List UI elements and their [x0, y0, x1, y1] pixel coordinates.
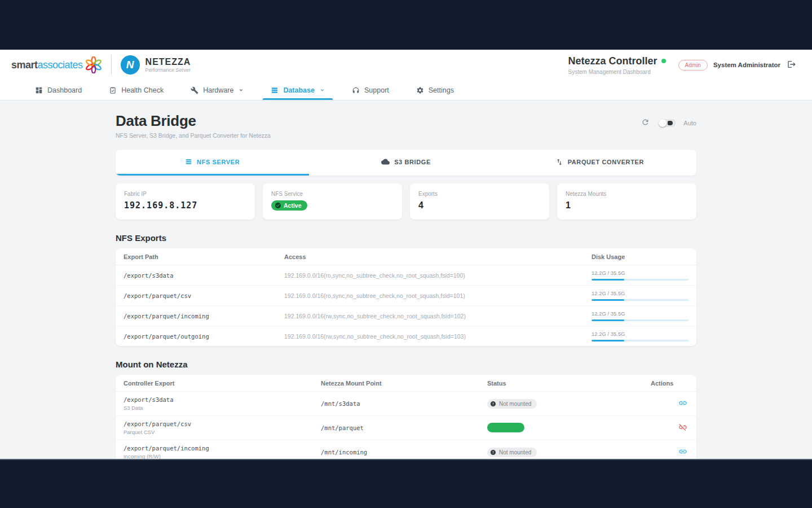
table-row: /export/parquet/incoming 192.169.0.0/16(…: [116, 306, 696, 326]
page-subtitle: NFS Server, S3 Bridge, and Parquet Conve…: [116, 132, 271, 139]
mounts-heading: Mount on Netezza: [116, 360, 696, 369]
info-circle-icon: [490, 401, 496, 407]
nav-item-support[interactable]: Support: [351, 80, 390, 100]
netezza-wordmark: NETEZZA: [145, 57, 191, 67]
controller-subtitle: System Management Dashboard: [568, 69, 666, 75]
disk-usage-text: 12.2G / 35.5G: [592, 331, 689, 337]
status-label: Not mounted: [499, 449, 531, 456]
header-divider: [111, 55, 112, 75]
nav-item-database[interactable]: Database: [270, 80, 326, 100]
stat-fabric-ip: Fabric IP 192.169.8.127: [116, 183, 255, 220]
mount-point: /mnt/s3data: [313, 392, 479, 416]
toggle-thumb-icon: [668, 121, 673, 125]
status-label: Not mounted: [499, 401, 531, 407]
badge-label: Active: [284, 202, 302, 209]
mounted-status-badge: [487, 423, 524, 432]
stat-value: 1: [566, 200, 688, 211]
export-path: /export/parquet/incoming: [116, 306, 276, 326]
table-row: /export/parquet/incomingIncoming (R/W) /…: [116, 440, 696, 461]
netezza-n-badge: N: [121, 55, 140, 75]
nav-label: Settings: [429, 86, 454, 94]
nav-item-hardware[interactable]: Hardware: [189, 80, 245, 100]
export-access: 192.169.0.0/16(rw,sync,no_subtree_check,…: [276, 326, 584, 347]
health-clipboard-icon: [109, 86, 117, 94]
stat-nfs-service: NFS Service Active: [263, 183, 402, 220]
info-circle-icon: [490, 449, 496, 456]
table-row: /export/parquet/outgoing 192.169.0.0/16(…: [116, 326, 696, 347]
mount-button[interactable]: [677, 446, 689, 459]
stat-netezza-mounts: Netezza Mounts 1: [557, 183, 696, 220]
gear-icon: [416, 86, 424, 94]
link-icon: [678, 447, 687, 456]
disk-usage-text: 12.2G / 35.5G: [592, 270, 689, 276]
auto-toggle-label: Auto: [683, 120, 696, 126]
chevron-down-icon: [239, 87, 244, 93]
stat-label: NFS Service: [271, 191, 394, 197]
netezza-tagline: Performance Server: [145, 67, 191, 73]
swap-arrows-icon: [555, 158, 563, 166]
page-title: Data Bridge: [116, 112, 271, 130]
col-header-access: Access: [276, 248, 584, 265]
controller-export-path: /export/s3data: [123, 396, 305, 403]
disk-usage-text: 12.2G / 35.5G: [592, 290, 689, 296]
col-header-status: Status: [479, 375, 643, 392]
export-path: /export/s3data: [116, 265, 276, 286]
mounts-table: Controller Export Netezza Mount Point St…: [116, 375, 696, 460]
stat-label: Exports: [418, 191, 541, 197]
check-circle-icon: [275, 202, 281, 209]
mount-point: /mnt/parquet: [313, 416, 479, 440]
nfs-exports-table-card: Export Path Access Disk Usage /export/s3…: [116, 248, 696, 346]
mount-button[interactable]: [677, 397, 689, 410]
online-status-dot: [661, 59, 666, 63]
disk-usage-bar: [592, 279, 689, 281]
chevron-down-icon: [320, 87, 325, 93]
app-window: smartassociates N: [0, 50, 812, 460]
export-access: 192.169.0.0/16(rw,sync,no_subtree_check,…: [276, 306, 584, 326]
controller-export-path: /export/parquet/incoming: [123, 445, 305, 452]
link-icon: [678, 398, 687, 408]
tab-bar: NFS SERVER S3 BRIDGE PARQUET CONVERTER: [116, 150, 696, 176]
server-list-icon: [185, 158, 192, 165]
tab-label: S3 BRIDGE: [394, 159, 431, 165]
controller-export-path: /export/parquet/csv: [123, 421, 305, 427]
nav-label: Dashboard: [47, 86, 82, 94]
stat-value: 192.169.8.127: [124, 200, 246, 211]
active-status-badge: Active: [271, 200, 307, 211]
nav-item-health-check[interactable]: Health Check: [108, 80, 165, 100]
tab-nfs-server[interactable]: NFS SERVER: [116, 150, 309, 176]
col-header-export-path: Export Path: [116, 248, 276, 265]
export-description: S3 Data: [123, 405, 305, 411]
toggle-knob: [659, 119, 667, 127]
database-list-icon: [271, 86, 279, 94]
stat-label: Fabric IP: [124, 191, 246, 197]
headset-icon: [352, 86, 360, 94]
stat-cards: Fabric IP 192.169.8.127 NFS Service Acti…: [116, 183, 696, 220]
netezza-logo: N NETEZZA Performance Server: [121, 55, 191, 75]
logout-button[interactable]: [786, 59, 797, 72]
stat-label: Netezza Mounts: [566, 191, 688, 197]
nav-item-dashboard[interactable]: Dashboard: [34, 80, 83, 100]
tab-s3-bridge[interactable]: S3 BRIDGE: [309, 150, 502, 176]
nav-label: Database: [283, 86, 315, 94]
dashboard-grid-icon: [35, 86, 43, 94]
nav-label: Health Check: [121, 86, 164, 94]
tab-parquet-converter[interactable]: PARQUET CONVERTER: [503, 150, 696, 176]
export-description: Parquet CSV: [123, 429, 305, 435]
export-path: /export/parquet/outgoing: [116, 326, 276, 347]
screen: smartassociates N: [0, 0, 812, 508]
refresh-button[interactable]: [640, 117, 651, 129]
col-header-actions: Actions: [643, 375, 696, 392]
controller-title: Netezza Controller: [568, 55, 666, 67]
auto-refresh-toggle[interactable]: [659, 119, 676, 127]
stat-value: 4: [418, 200, 541, 211]
app-header: smartassociates N: [0, 50, 812, 80]
disk-usage-text: 12.2G / 35.5G: [592, 310, 689, 317]
mount-point: /mnt/incoming: [313, 440, 479, 461]
flower-logo-icon: [85, 56, 102, 73]
unmount-button[interactable]: [677, 422, 689, 435]
nav-label: Support: [364, 86, 389, 94]
nav-item-settings[interactable]: Settings: [415, 80, 455, 100]
tab-label: NFS SERVER: [197, 159, 240, 165]
export-access: 192.169.0.0/16(ro,sync,no_subtree_check,…: [276, 286, 584, 306]
table-row: /export/parquet/csvParquet CSV /mnt/parq…: [116, 416, 696, 440]
